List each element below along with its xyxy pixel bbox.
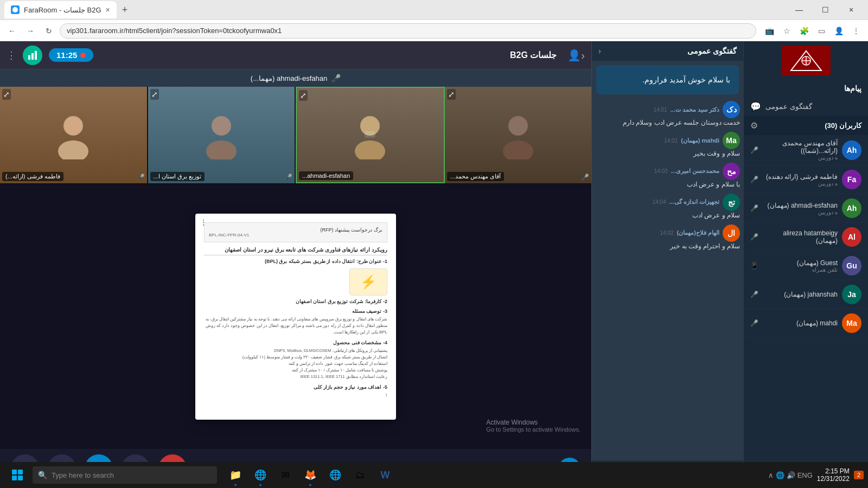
bookmark-icon[interactable]: ☆	[779, 23, 794, 38]
taskbar-app-filemanager[interactable]: 📁	[224, 463, 247, 487]
doc-section-1: 1- عنوان طرح: انتقال داده از طریق بستر ش…	[204, 259, 387, 264]
video-tile-4: ⤢ آقای مهندس محمد... 🎤	[445, 87, 592, 183]
tab-close-button[interactable]: ×	[106, 5, 110, 14]
taskbar-app-edge[interactable]: 🌐	[248, 463, 272, 487]
search-placeholder: Type here to search	[52, 471, 114, 479]
taskbar-date: 12/31/2022	[817, 475, 850, 483]
active-tab[interactable]: FaraRoom - جلسات B2G ×	[4, 1, 117, 18]
doc-section1-title: 1- عنوان طرح: انتقال داده از طریق بستر ش…	[204, 259, 387, 264]
activate-windows-watermark: Activate Windows Go to Settings to activ…	[486, 419, 580, 433]
svg-point-5	[65, 117, 82, 134]
participants-button[interactable]: 👤›	[567, 49, 585, 62]
users-count-label: کاربران (30)	[825, 121, 861, 130]
close-button[interactable]: ×	[839, 0, 864, 20]
doc-section-4: 4- مشخصات فنی محصول پشتیبانی از پروتکل ه…	[204, 340, 387, 380]
doc-section-2: 2- کارفرما: شرکت توزیع برق استان اصفهان	[204, 299, 387, 304]
participant-mic-4: 🎤	[750, 233, 758, 241]
participant-avatar-4: Al	[842, 227, 861, 247]
video-tile-1: ⤢ فاطمه فرشی (ارائه...) 🎤	[0, 87, 148, 183]
extensions-icon[interactable]: 🧩	[796, 23, 812, 38]
mute-indicator-4: 🎤	[581, 174, 589, 181]
taskbar-search[interactable]: 🔍 Type here to search	[33, 466, 217, 484]
window-controls: — ☐ ×	[787, 0, 864, 20]
menu-icon[interactable]: ⋮	[848, 23, 864, 38]
forward-button[interactable]: →	[23, 23, 38, 38]
svg-point-9	[355, 140, 385, 159]
welcome-message: با سلام خوش آمدید فراروم.	[596, 65, 739, 94]
participant-info-3: ahmadi-esfahan (مهمان) ه دوربین	[763, 202, 838, 215]
profile-icon[interactable]: 👤	[831, 23, 846, 38]
sidebar-icon[interactable]: ▭	[814, 23, 829, 38]
back-button[interactable]: ←	[4, 23, 20, 38]
doc-section2-title: 2- کارفرما: شرکت توزیع برق استان اصفهان	[204, 299, 387, 304]
reload-button[interactable]: ↻	[41, 23, 56, 38]
tab-bar: FaraRoom - جلسات B2G × + — ☐ ×	[0, 0, 868, 20]
doc-section3-text: شرکت های انتقال و توزیع برق سرویس های مت…	[204, 316, 387, 336]
msg-avatar-2: Ma	[723, 132, 740, 149]
participant-info-5: Guest (مهمان) تلفن همراه	[763, 259, 838, 273]
taskbar: 🔍 Type here to search 📁 🌐 ✉ 🦊 🌐 🗂 W	[0, 462, 868, 488]
taskbar-app-word[interactable]: W	[373, 463, 397, 487]
taskbar-app-firefox[interactable]: 🦊	[298, 463, 322, 487]
video-tile-2: ⤢ توزیع برق استان ا... 🎤	[148, 87, 296, 183]
volume-icon[interactable]: 🔊	[787, 471, 795, 479]
taskbar-app-files[interactable]: 🗂	[348, 463, 372, 487]
minimize-button[interactable]: —	[787, 0, 812, 20]
msg-time-2: 14:01	[664, 138, 678, 144]
taskbar-app-chrome[interactable]: 🌐	[323, 463, 347, 487]
maximize-button[interactable]: ☐	[813, 0, 838, 20]
network-icon[interactable]: 🌐	[776, 471, 784, 479]
msg-text-3: با سلام و عرض ادب	[687, 180, 740, 189]
expand-tile-2-icon[interactable]: ⤢	[150, 89, 159, 100]
chat-nav-icon: 💬	[750, 101, 761, 112]
document-title: رویکرد ارائه نیازهای فناوری شرکت های تاب…	[204, 247, 387, 255]
participant-item-4: 🎤 alireza hatambeigy (مهمان) Al	[744, 223, 868, 252]
cast-icon[interactable]: 📺	[762, 23, 777, 38]
taskbar-right: ∧ 🌐 🔊 ENG 2:15 PM 12/31/2022 2	[768, 467, 864, 483]
doc-section-3: 3- توصیف مسئله شرکت های انتقال و توزیع ب…	[204, 309, 387, 336]
chrome-icon: 🌐	[329, 469, 341, 481]
chevron-up-icon[interactable]: ∧	[768, 471, 774, 479]
new-tab-button[interactable]: +	[119, 4, 131, 16]
video-label-1: فاطمه فرشی (ارائه...)	[2, 172, 63, 181]
participant-name-6: jahanshah (مهمان)	[763, 291, 838, 298]
meeting-title: جلسات B2G	[510, 50, 557, 60]
active-speaker-name: ahmadi-esfahan (مهما...)	[251, 74, 327, 82]
settings-icon[interactable]: ⚙	[750, 120, 758, 131]
expand-tile-3-icon[interactable]: ⤢	[299, 90, 308, 101]
filemanager-icon: 📁	[229, 469, 241, 481]
svg-rect-1	[31, 53, 34, 60]
participant-item-1: 🎤 آقای مهندس محمدی (ارائه...(شما)) ه دور…	[744, 135, 868, 165]
start-button[interactable]	[4, 462, 30, 488]
expand-tile-1-icon[interactable]: ⤢	[2, 89, 11, 100]
participant-mic-1: 🎤	[750, 146, 758, 154]
svg-point-12	[503, 140, 533, 159]
msg-text-4: سلام و عرض ادب	[692, 211, 740, 220]
taskbar-app-mail[interactable]: ✉	[273, 463, 297, 487]
msg-sender-4: تجهیزات اندازه گی...	[669, 198, 719, 206]
video-tile-3: ⤢ ahmadi-esfahan...	[296, 87, 445, 183]
participant-mic-2: 🎤	[750, 176, 758, 183]
browser-chrome: FaraRoom - جلسات B2G × + — ☐ × ← → ↻ 📺 ☆…	[0, 0, 868, 41]
files-icon: 🗂	[355, 470, 365, 481]
app-container: ⋮ 11:25 جلسات B2G 👤› 🎤 ahmadi-esfahan (م…	[0, 41, 868, 488]
expand-tile-4-icon[interactable]: ⤢	[447, 89, 456, 100]
msg-avatar-1: دک	[723, 101, 740, 118]
svg-point-4	[58, 140, 88, 159]
meeting-timer: 11:25	[49, 48, 93, 62]
address-input[interactable]	[60, 23, 756, 38]
document-menu-icon[interactable]: ⋮	[200, 218, 207, 227]
speaker-mic-icon: 🎤	[331, 74, 341, 82]
chat-header: › گفتگوی عمومی	[592, 41, 743, 61]
participant-name-5: Guest (مهمان)	[763, 259, 838, 267]
svg-rect-10	[365, 131, 375, 138]
firefox-icon: 🦊	[304, 469, 316, 481]
notification-badge[interactable]: 2	[854, 471, 864, 479]
chat-nav-tab[interactable]: 💬 گفتگوی عمومی	[744, 97, 868, 116]
app-menu-button[interactable]: ⋮	[7, 49, 16, 61]
document-viewer: ⋮ برگ درخواست پیشنهاد (RFP) BPL-INC-FPR-…	[195, 214, 396, 420]
chat-back-button[interactable]: ›	[598, 47, 601, 55]
doc-section4-text: پشتیبانی از پروتکل های ارتباطی: DNP3, Mo…	[204, 348, 387, 380]
participant-item-6: 🎤 jahanshah (مهمان) Ja	[744, 280, 868, 309]
participant-name-3: ahmadi-esfahan (مهمان)	[763, 202, 838, 209]
